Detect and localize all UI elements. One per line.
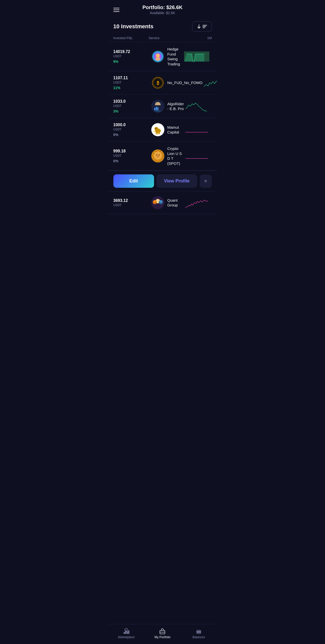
- col-service: Service: [149, 36, 187, 40]
- close-button[interactable]: ×: [200, 175, 212, 188]
- list-item[interactable]: 1000.0 USDT 0%: [108, 118, 217, 142]
- service-name-5: Crypto Lion U S D T (SPOT): [167, 146, 184, 166]
- invest-unit-partial: USDT: [113, 203, 149, 207]
- invest-amount-5: 999.18: [113, 149, 149, 153]
- avatar-5: [151, 149, 164, 163]
- mini-chart-4: [184, 123, 209, 136]
- invest-amount-2: 1107.11: [113, 76, 149, 80]
- svg-point-24: [155, 128, 156, 129]
- invest-left-4: 1000.0 USDT 0%: [113, 123, 149, 137]
- list-item[interactable]: 14019.72 USDT 9%: [108, 42, 217, 71]
- invest-center-3: AlgoRider - E.B. Pro: [149, 100, 184, 113]
- mini-chart-5: [184, 150, 209, 162]
- edit-button[interactable]: Edit: [113, 174, 154, 188]
- invest-left-2: 1107.11 USDT 11%: [113, 76, 149, 90]
- avatar-4: [151, 123, 164, 136]
- svg-point-40: [159, 200, 163, 204]
- invest-unit-1: USDT: [113, 55, 149, 58]
- invest-center-2: ₿ No_FUD_No_FOMO: [149, 76, 203, 89]
- service-name-partial: Quant Group: [167, 198, 184, 208]
- invest-amount-3: 1033.0: [113, 99, 149, 104]
- invest-center-1: Hedge Fund Swing Trading: [149, 47, 184, 66]
- avatar-partial: [151, 196, 164, 209]
- invest-pnl-2: 11%: [113, 86, 149, 90]
- invest-amount-1: 14019.72: [113, 49, 149, 54]
- avatar-1: [151, 50, 164, 63]
- service-name-2: No_FUD_No_FOMO: [167, 80, 203, 85]
- svg-point-29: [155, 152, 161, 158]
- invest-amount-4: 1000.0: [113, 123, 149, 127]
- avatar-2: ₿: [151, 76, 164, 89]
- svg-rect-22: [157, 132, 158, 135]
- invest-pnl-3: 3%: [113, 109, 149, 113]
- list-item[interactable]: 1107.11 USDT 11% ₿ No_FUD_No_FOMO: [108, 71, 217, 95]
- invest-pnl-1: 9%: [113, 60, 149, 64]
- svg-point-20: [155, 127, 158, 130]
- list-item[interactable]: 1033.0 USDT 3% AlgoRider - E.B. Pro: [108, 95, 217, 118]
- list-item[interactable]: 3693.12 USDT: [108, 192, 217, 214]
- svg-rect-14: [154, 108, 155, 110]
- header-center: Portfolio: $26.6K Available: $2.6K: [142, 5, 183, 15]
- mini-chart-partial: [184, 196, 209, 209]
- svg-point-39: [153, 200, 157, 204]
- sort-button[interactable]: [192, 21, 212, 32]
- invest-left-partial: 3693.12 USDT: [113, 198, 149, 207]
- invest-left-5: 999.18 USDT 0%: [113, 149, 149, 163]
- svg-rect-15: [156, 107, 157, 110]
- sort-icon: [197, 24, 207, 29]
- svg-point-31: [158, 154, 160, 156]
- avatar-3: [151, 100, 164, 113]
- col-invested-pnl: Invested P&L: [113, 36, 149, 40]
- invest-left-1: 14019.72 USDT 9%: [113, 49, 149, 64]
- invest-unit-3: USDT: [113, 104, 149, 108]
- list-item[interactable]: 999.18 USDT 0%: [108, 142, 217, 171]
- portfolio-title: Portfolio: $26.6K: [142, 5, 183, 10]
- svg-text:₿: ₿: [157, 80, 159, 86]
- svg-point-2: [156, 53, 160, 58]
- svg-point-30: [156, 154, 157, 156]
- invest-unit-4: USDT: [113, 128, 149, 131]
- investments-count: 10 Investments: [113, 23, 154, 30]
- invest-center-partial: Quant Group: [149, 196, 184, 209]
- portfolio-available: Available: $2.6K: [142, 11, 183, 15]
- table-header: Invested P&L Service 1M: [108, 34, 217, 42]
- invest-unit-5: USDT: [113, 154, 149, 157]
- invest-pnl-4: 0%: [113, 133, 149, 137]
- invest-center-5: Crypto Lion U S D T (SPOT): [149, 146, 184, 166]
- col-period: 1M: [187, 36, 212, 40]
- header: Portfolio: $26.6K Available: $2.6K: [108, 0, 217, 17]
- invest-pnl-5: 0%: [113, 159, 149, 163]
- invest-left-3: 1033.0 USDT 3%: [113, 99, 149, 113]
- menu-button[interactable]: [113, 8, 119, 12]
- svg-rect-16: [157, 107, 158, 110]
- service-name-1: Hedge Fund Swing Trading: [167, 47, 184, 66]
- investments-bar: 10 Investments: [108, 17, 217, 34]
- action-bar: Edit View Profile ×: [108, 171, 217, 192]
- invest-unit-2: USDT: [113, 81, 149, 84]
- service-name-3: AlgoRider - E.B. Pro: [167, 101, 184, 111]
- service-name-4: Mamut Capital: [167, 125, 184, 135]
- svg-point-32: [157, 156, 159, 157]
- svg-point-3: [155, 57, 160, 61]
- view-profile-button[interactable]: View Profile: [157, 174, 197, 188]
- svg-rect-23: [159, 132, 160, 134]
- mini-chart-1: [184, 50, 209, 63]
- investment-list: 14019.72 USDT 9%: [108, 42, 217, 171]
- invest-amount-partial: 3693.12: [113, 198, 149, 203]
- mini-chart-3: [184, 100, 209, 113]
- svg-rect-21: [156, 132, 157, 135]
- invest-center-4: Mamut Capital: [149, 123, 184, 136]
- mini-chart-2: [203, 76, 217, 89]
